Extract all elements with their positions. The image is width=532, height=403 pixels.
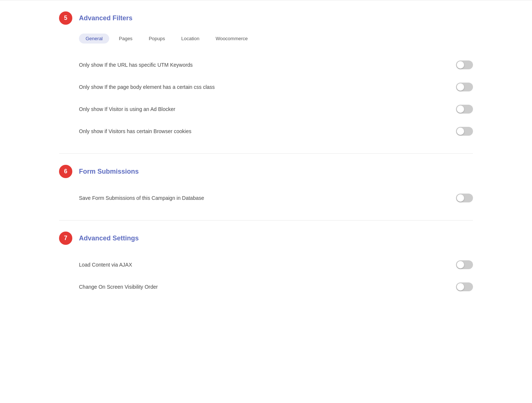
toggle-label: Change On Screen Visibility Order	[79, 284, 158, 290]
toggle-label: Save Form Submissions of this Campaign i…	[79, 195, 204, 201]
toggle-row: Change On Screen Visibility Order	[79, 276, 473, 298]
toggle-label: Only show If the URL has specific UTM Ke…	[79, 62, 193, 68]
tab-popups[interactable]: Popups	[142, 34, 172, 44]
toggle-row: Only show If the URL has specific UTM Ke…	[79, 54, 473, 76]
toggle-label: Only show If Visitor is using an Ad Bloc…	[79, 106, 175, 112]
tab-general[interactable]: General	[79, 34, 109, 44]
section-header-form-submissions: 6Form Submissions	[59, 165, 473, 178]
toggle-label: Load Content via AJAX	[79, 262, 132, 268]
toggle-rows-advanced-filters: Only show If the URL has specific UTM Ke…	[59, 54, 473, 142]
section-header-advanced-filters: 5Advanced Filters	[59, 11, 473, 25]
section-title-advanced-settings: Advanced Settings	[79, 234, 139, 242]
toggle-label: Only show if Visitors has certain Browse…	[79, 128, 191, 134]
toggle-label: Only show If the page body element has a…	[79, 84, 215, 90]
toggle-switch[interactable]	[456, 105, 473, 114]
section-badge-advanced-settings: 7	[59, 232, 72, 245]
toggle-row: Only show If the page body element has a…	[79, 76, 473, 98]
section-badge-form-submissions: 6	[59, 165, 72, 178]
toggle-rows-advanced-settings: Load Content via AJAXChange On Screen Vi…	[59, 254, 473, 298]
toggle-switch[interactable]	[456, 282, 473, 291]
section-header-advanced-settings: 7Advanced Settings	[59, 232, 473, 245]
toggle-row: Only show If Visitor is using an Ad Bloc…	[79, 98, 473, 120]
toggle-switch[interactable]	[456, 60, 473, 69]
section-advanced-settings: 7Advanced SettingsLoad Content via AJAXC…	[59, 220, 473, 309]
toggle-row: Load Content via AJAX	[79, 254, 473, 276]
section-title-advanced-filters: Advanced Filters	[79, 14, 132, 22]
toggle-switch[interactable]	[456, 127, 473, 136]
tab-woocommerce[interactable]: Woocommerce	[209, 34, 254, 44]
section-advanced-filters: 5Advanced FiltersGeneralPagesPopupsLocat…	[59, 0, 473, 153]
toggle-switch[interactable]	[456, 260, 473, 269]
section-form-submissions: 6Form SubmissionsSave Form Submissions o…	[59, 154, 473, 220]
toggle-switch[interactable]	[456, 194, 473, 202]
section-title-form-submissions: Form Submissions	[79, 168, 139, 176]
toggle-row: Save Form Submissions of this Campaign i…	[79, 187, 473, 209]
tabs-row-advanced-filters: GeneralPagesPopupsLocationWoocommerce	[59, 34, 473, 44]
section-badge-advanced-filters: 5	[59, 11, 72, 25]
tab-location[interactable]: Location	[175, 34, 206, 44]
toggle-rows-form-submissions: Save Form Submissions of this Campaign i…	[59, 187, 473, 209]
toggle-switch[interactable]	[456, 83, 473, 91]
tab-pages[interactable]: Pages	[112, 34, 139, 44]
page-wrapper: 5Advanced FiltersGeneralPagesPopupsLocat…	[37, 0, 495, 309]
toggle-row: Only show if Visitors has certain Browse…	[79, 120, 473, 142]
